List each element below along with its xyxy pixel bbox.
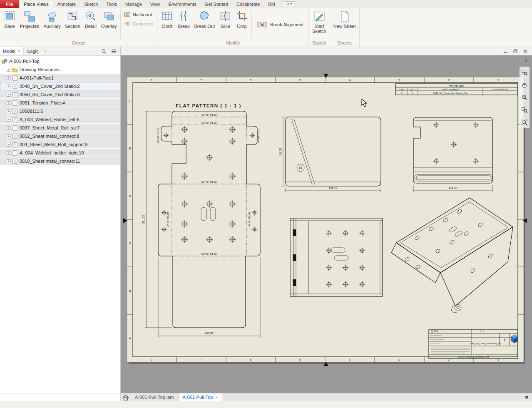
detail-button[interactable]: Detail bbox=[82, 9, 99, 40]
tree-item-sheet-4[interactable]: + 0051_Tension_Plate:4 bbox=[0, 99, 120, 107]
browser-tab-model[interactable]: Model × bbox=[0, 47, 24, 55]
tab-bm[interactable]: BM bbox=[264, 0, 279, 8]
zoom-window-icon[interactable] bbox=[520, 68, 529, 77]
search-icon[interactable] bbox=[101, 49, 107, 54]
doc-tab-label: A-001-Pull-Top.iam bbox=[135, 395, 174, 400]
draft-button[interactable]: Draft bbox=[159, 9, 175, 40]
tab-view[interactable]: View bbox=[146, 0, 164, 8]
create-group: Base Projected Auxiliary Section Detail bbox=[0, 8, 157, 47]
overlay-button[interactable]: Overlay bbox=[99, 9, 119, 40]
tree-item-sheet-3[interactable]: + 0050_Sh_Cover_2nd Statio:3 bbox=[0, 90, 120, 99]
expander-icon[interactable]: + bbox=[7, 151, 10, 155]
expander-icon[interactable]: + bbox=[7, 159, 10, 163]
svg-text:UP 70° R1,00: UP 70° R1,00 bbox=[201, 181, 217, 183]
tree-item-sheet-5[interactable]: + 10588111:5 bbox=[0, 107, 120, 115]
mouse-cursor bbox=[361, 99, 367, 107]
crop-button[interactable]: Crop bbox=[234, 9, 250, 40]
zoom-selected-icon[interactable] bbox=[520, 105, 529, 114]
tree-item-sheet-2-active[interactable]: + 0048_Sh_Cover_2nd Statio:2 bbox=[0, 82, 120, 90]
tab-annotate[interactable]: Annotate bbox=[53, 0, 80, 8]
expander-icon[interactable]: + bbox=[7, 126, 10, 130]
draft-icon bbox=[161, 10, 173, 22]
tab-collaborate[interactable]: Collaborate bbox=[232, 0, 264, 8]
svg-text:UP 20° R1,00: UP 20° R1,00 bbox=[201, 122, 217, 124]
expander-icon[interactable]: + bbox=[7, 143, 10, 147]
connector-icon bbox=[124, 20, 131, 27]
zoom-icon[interactable] bbox=[520, 93, 529, 102]
tree-item-sheet-8[interactable]: + 0012_Sheet metal_connect:8 bbox=[0, 132, 120, 140]
start-sketch-button[interactable]: StartSketch bbox=[310, 9, 328, 40]
zoom-all-icon[interactable] bbox=[520, 118, 529, 127]
parts-list-title: PARTS LIST bbox=[449, 84, 464, 87]
base-button[interactable]: Base bbox=[1, 9, 18, 40]
drawing-canvas[interactable]: 8 7 6 5 4 3 2 1 8 7 6 5 4 bbox=[121, 55, 532, 393]
doc-tab-assembly[interactable]: A-001-Pull-Top.iam bbox=[131, 393, 179, 401]
restore-button[interactable] bbox=[511, 48, 520, 55]
expander-icon[interactable]: + bbox=[7, 68, 10, 72]
tab-list-menu-icon[interactable]: ≡ bbox=[521, 393, 532, 401]
section-button[interactable]: Section bbox=[63, 9, 82, 40]
tree-item-sheet-11[interactable]: + 0010_Sheet metal_connec:11 bbox=[0, 157, 120, 165]
tree-root-assembly[interactable]: A-001-Pull-Top bbox=[0, 57, 120, 65]
tree-item-sheet-6[interactable]: + A_003_Welded_Holder_left:6 bbox=[0, 115, 120, 124]
break-button[interactable]: Break bbox=[175, 9, 192, 40]
new-sheet-button[interactable]: New Sheet bbox=[331, 9, 358, 40]
tab-sketch[interactable]: Sketch bbox=[80, 0, 102, 8]
tree-item-label: 0050_Sh_Cover_2nd Statio:3 bbox=[20, 92, 80, 97]
browser-tab-ilogic[interactable]: iLogic bbox=[24, 47, 42, 55]
expander-icon[interactable]: + bbox=[7, 93, 10, 97]
sheet-icon bbox=[12, 109, 18, 114]
tree-item-label: 10588111:5 bbox=[20, 109, 43, 114]
break-out-button[interactable]: Break Out bbox=[192, 9, 217, 40]
sheet-icon bbox=[12, 125, 18, 131]
slice-button[interactable]: Slice bbox=[217, 9, 234, 40]
tree-item-label: A-001-Pull-Top:1 bbox=[20, 75, 54, 80]
expander-icon[interactable]: + bbox=[7, 85, 10, 88]
nailboard-button[interactable]: Nailboard bbox=[123, 11, 155, 18]
file-menu-button[interactable]: File bbox=[0, 0, 19, 8]
flat-pattern-title: FLAT PATTERN ( 1 : 1 ) bbox=[176, 103, 241, 108]
create-group-label: Create bbox=[0, 40, 157, 47]
drawing-sheet-svg[interactable]: 8 7 6 5 4 3 2 1 8 7 6 5 4 bbox=[121, 55, 532, 393]
tree-item-sheet-7[interactable]: + 0037_Sheet_Metal_Roll_su:7 bbox=[0, 124, 120, 132]
minimize-button[interactable] bbox=[501, 48, 510, 55]
svg-text:QTY: QTY bbox=[410, 88, 415, 91]
connector-button[interactable]: Connector bbox=[123, 20, 155, 27]
tab-tools[interactable]: Tools bbox=[102, 0, 121, 8]
tab-place-views[interactable]: Place Views bbox=[19, 0, 53, 8]
projected-button[interactable]: Projected bbox=[18, 9, 41, 40]
browser-menu-icon[interactable] bbox=[111, 49, 117, 54]
navbar-close-icon[interactable]: × bbox=[523, 57, 530, 63]
expander-icon[interactable]: + bbox=[7, 109, 10, 113]
doc-tab-drawing-active[interactable]: A-001-Pull-Top × bbox=[179, 393, 223, 401]
svg-text:4: 4 bbox=[349, 358, 351, 361]
close-icon[interactable]: × bbox=[215, 395, 218, 400]
svg-text:4: 4 bbox=[349, 79, 351, 82]
ribbon-appearance-toggle[interactable]: ▾ bbox=[283, 1, 296, 7]
tree-item-sheet-1[interactable]: + A-001-Pull-Top:1 bbox=[0, 74, 120, 82]
svg-text:1: 1 bbox=[400, 92, 402, 95]
document-window-bar bbox=[121, 47, 532, 55]
tab-get-started[interactable]: Get Started bbox=[201, 0, 232, 8]
tree-item-sheet-9[interactable]: + 004_Sheet_Metal_Roll_support:9 bbox=[0, 140, 120, 149]
tree-item-drawing-resources[interactable]: + Drawing Resources bbox=[0, 65, 120, 74]
weld-mark bbox=[293, 229, 296, 236]
expander-icon[interactable]: + bbox=[7, 76, 10, 80]
svg-text:1: 1 bbox=[412, 92, 413, 95]
tab-manage[interactable]: Manage bbox=[121, 0, 146, 8]
expander-icon[interactable]: + bbox=[7, 101, 10, 105]
close-document-button[interactable] bbox=[521, 48, 530, 55]
home-icon[interactable] bbox=[121, 393, 131, 401]
sheet-paper[interactable] bbox=[127, 77, 524, 362]
expander-icon[interactable]: + bbox=[7, 118, 10, 122]
add-browser-tab-button[interactable]: + bbox=[42, 48, 50, 54]
tree-item-sheet-10[interactable]: + A_004_Welded_holder_right:10 bbox=[0, 149, 120, 157]
start-sketch-icon bbox=[313, 10, 326, 22]
tab-environments[interactable]: Environments bbox=[164, 0, 201, 8]
auxiliary-button[interactable]: Auxiliary bbox=[41, 9, 63, 40]
expander-icon[interactable]: + bbox=[7, 134, 10, 138]
pan-icon[interactable] bbox=[520, 80, 529, 90]
close-icon[interactable]: × bbox=[18, 49, 20, 54]
svg-text:2: 2 bbox=[448, 79, 450, 82]
break-alignment-button[interactable]: Break Alignment bbox=[253, 9, 307, 40]
